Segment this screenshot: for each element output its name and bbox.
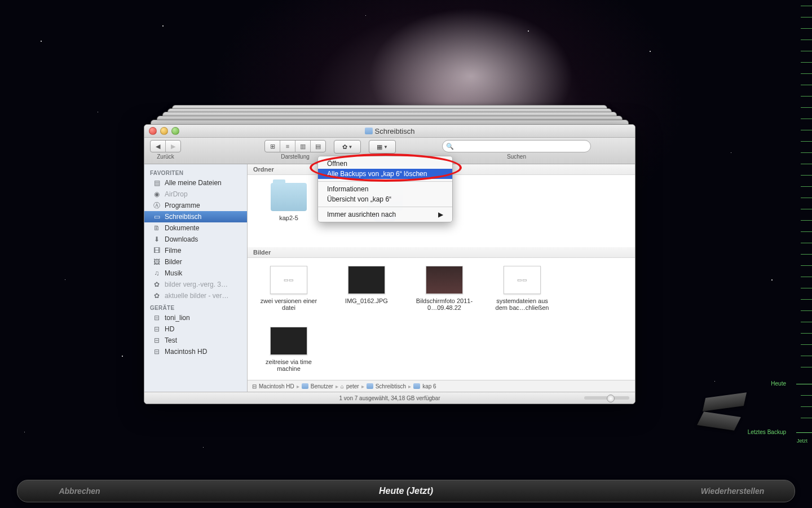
- sidebar-item-smart1[interactable]: ✿bilder verg.-verg. 3…: [144, 279, 247, 290]
- sidebar-header-favorites: FAVORITEN: [144, 167, 247, 177]
- desktop-icon: ▭: [152, 213, 161, 221]
- search-field[interactable]: [454, 142, 587, 150]
- time-machine-bottom-bar: Abbrechen Heute (Jetzt) Wiederherstellen: [17, 480, 795, 502]
- folder-icon: [271, 183, 307, 211]
- disk-icon: ⊟: [152, 325, 161, 333]
- folder-icon: [302, 383, 308, 389]
- sidebar-item-desktop[interactable]: ▭Schreibtisch: [144, 211, 247, 222]
- downloads-icon: ⬇: [152, 235, 161, 243]
- menu-separator: [318, 207, 452, 207]
- window-title: Schreibtisch: [375, 127, 415, 135]
- column-view-button[interactable]: ▥: [295, 141, 311, 152]
- pictures-icon: 🖼: [152, 258, 161, 266]
- time-machine-nav-arrows: [694, 389, 761, 446]
- grid-icon: ▦: [377, 143, 382, 151]
- sidebar-header-devices: GERÄTE: [144, 301, 247, 312]
- menu-separator: [318, 181, 452, 182]
- gear-icon: ✿: [152, 292, 161, 300]
- context-menu: Öffnen Alle Backups von „kap 6“ löschen …: [317, 156, 453, 222]
- status-bar: 1 von 7 ausgewählt, 34,18 GB verfügbar: [144, 392, 635, 404]
- list-view-button[interactable]: ≡: [280, 141, 295, 152]
- action-button[interactable]: ✿▼: [334, 140, 361, 154]
- documents-icon: 🗎: [152, 224, 161, 232]
- image-item[interactable]: zeitreise via time machine: [258, 327, 320, 372]
- music-icon: ♫: [152, 269, 161, 277]
- date-label: Heute (Jetzt): [142, 486, 670, 496]
- sidebar-item-movies[interactable]: 🎞Filme: [144, 245, 247, 256]
- gear-icon: ✿: [342, 143, 347, 151]
- view-label: Darstellung: [281, 154, 310, 160]
- search-label: Suchen: [507, 154, 526, 160]
- folder-icon: [367, 383, 373, 389]
- gear-icon: ✿: [152, 281, 161, 288]
- image-item[interactable]: IMG_0162.JPG: [336, 266, 398, 311]
- home-icon: ⌂: [341, 383, 344, 389]
- menu-item-overview[interactable]: Übersicht von „kap 6“: [318, 194, 452, 204]
- menu-item-delete-backups[interactable]: Alle Backups von „kap 6“ löschen: [318, 169, 452, 179]
- chevron-down-icon: ▼: [348, 144, 353, 150]
- sidebar-item-documents[interactable]: 🗎Dokumente: [144, 222, 247, 234]
- image-item[interactable]: ▭▭systemdateien aus dem bac…chließen: [491, 266, 553, 311]
- folder-icon: [365, 128, 373, 134]
- chevron-down-icon: ▼: [383, 144, 388, 150]
- image-thumbnail: ▭▭: [270, 266, 307, 294]
- apps-icon: Ⓐ: [152, 202, 161, 209]
- sidebar-item-music[interactable]: ♫Musik: [144, 268, 247, 279]
- sidebar-item-device[interactable]: ⊟HD: [144, 323, 247, 335]
- menu-item-info[interactable]: Informationen: [318, 184, 452, 194]
- sidebar: FAVORITEN ▤Alle meine Dateien ◉AirDrop Ⓐ…: [144, 164, 248, 392]
- sidebar-item-all-files[interactable]: ▤Alle meine Dateien: [144, 177, 247, 189]
- sidebar-item-pictures[interactable]: 🖼Bilder: [144, 256, 247, 268]
- search-input[interactable]: 🔍: [442, 140, 591, 152]
- image-thumbnail: [348, 266, 385, 294]
- image-thumbnail: [426, 266, 463, 294]
- restore-button[interactable]: Wiederherstellen: [670, 487, 795, 496]
- path-bar[interactable]: ⊟Macintosh HD▸ Benutzer▸ ⌂peter▸ Schreib…: [248, 380, 635, 392]
- image-item[interactable]: Bildschirmfoto 2011-0…09.48.22: [413, 266, 475, 311]
- sidebar-item-smart2[interactable]: ✿aktuelle bilder - ver…: [144, 290, 247, 301]
- timeline-now-label: Jetzt: [797, 438, 807, 444]
- back-button[interactable]: ◀: [151, 141, 166, 152]
- airdrop-icon: ◉: [152, 190, 161, 198]
- forward-button[interactable]: ▶: [166, 141, 180, 152]
- window-titlebar[interactable]: Schreibtisch: [144, 125, 635, 138]
- sidebar-item-airdrop[interactable]: ◉AirDrop: [144, 189, 247, 200]
- disk-icon: ⊟: [252, 383, 257, 389]
- image-thumbnail: [270, 327, 307, 355]
- image-item[interactable]: ▭▭zwei versionen einer datei: [258, 266, 320, 311]
- all-files-icon: ▤: [152, 179, 161, 187]
- image-thumbnail: ▭▭: [504, 266, 541, 294]
- disk-icon: ⊟: [152, 336, 161, 344]
- disk-icon: ⊟: [152, 314, 161, 322]
- icon-view-button[interactable]: ⊞: [265, 141, 280, 152]
- nav-arrow-forward[interactable]: [697, 411, 741, 431]
- cancel-button[interactable]: Abbrechen: [17, 487, 142, 496]
- movies-icon: 🎞: [152, 247, 161, 255]
- arrange-button[interactable]: ▦▼: [369, 140, 396, 154]
- section-header-images: Bilder: [248, 247, 635, 258]
- menu-item-open[interactable]: Öffnen: [318, 159, 452, 169]
- sidebar-item-device[interactable]: ⊟toni_lion: [144, 312, 247, 323]
- disk-icon: ⊟: [152, 348, 161, 356]
- search-icon: 🔍: [446, 143, 454, 150]
- coverflow-view-button[interactable]: ▤: [311, 141, 325, 152]
- time-machine-timeline[interactable]: Heute Letztes Backup Jetzt: [789, 0, 812, 474]
- folder-item[interactable]: kap2-5: [258, 183, 320, 222]
- sidebar-item-device[interactable]: ⊟Test: [144, 335, 247, 346]
- sidebar-item-downloads[interactable]: ⬇Downloads: [144, 234, 247, 245]
- chevron-right-icon: ▶: [438, 211, 443, 218]
- menu-item-align[interactable]: Immer ausrichten nach▶: [318, 209, 452, 220]
- zoom-slider[interactable]: [584, 396, 629, 400]
- sidebar-item-programs[interactable]: ⒶProgramme: [144, 200, 247, 211]
- nav-arrow-back[interactable]: [703, 392, 747, 411]
- nav-label: Zurück: [157, 154, 174, 160]
- folder-icon: [413, 383, 420, 389]
- timeline-today-label: Heute: [771, 380, 786, 387]
- sidebar-item-device[interactable]: ⊟Macintosh HD: [144, 346, 247, 357]
- view-buttons[interactable]: ⊞ ≡ ▥ ▤: [264, 140, 326, 152]
- nav-buttons[interactable]: ◀ ▶: [150, 140, 181, 152]
